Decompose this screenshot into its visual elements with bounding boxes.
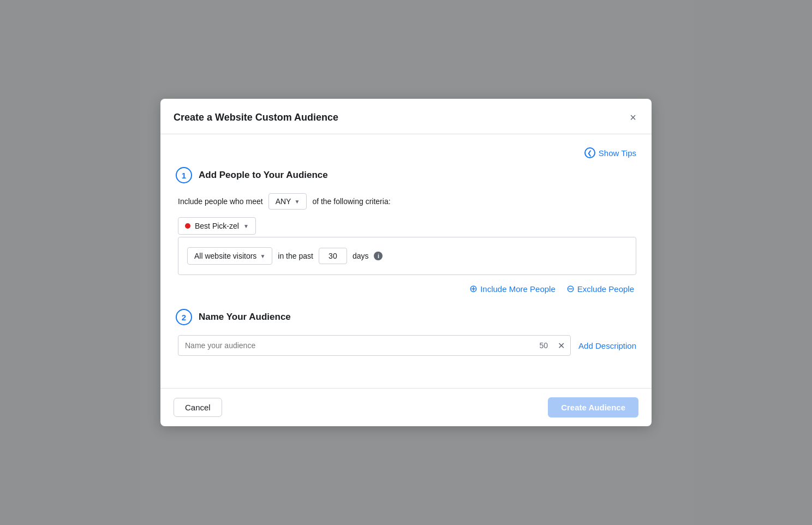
modal-footer: Cancel Create Audience (160, 388, 652, 426)
audience-name-row: 50 ✕ Add Description (176, 335, 636, 356)
visitor-criteria-inner: All website visitors ▼ in the past days … (187, 247, 627, 265)
visitors-dropdown[interactable]: All website visitors ▼ (187, 247, 272, 265)
days-input[interactable] (319, 248, 347, 264)
exclude-label: Exclude People (577, 284, 634, 294)
close-button[interactable]: × (628, 110, 638, 125)
modal-title: Create a Website Custom Audience (174, 112, 338, 123)
exclude-minus-icon: ⊖ (566, 284, 575, 294)
include-plus-icon: ⊕ (469, 284, 477, 294)
in-past-text: in the past (278, 252, 313, 260)
actions-row: ⊕ Include More People ⊖ Exclude People (176, 284, 636, 294)
modal-dialog: Create a Website Custom Audience × ❮ Sho… (160, 99, 652, 426)
section-2-header: 2 Name Your Audience (176, 309, 636, 325)
pixel-dropdown-arrow: ▼ (243, 223, 249, 229)
clear-name-button[interactable]: ✕ (552, 336, 570, 355)
name-input-wrapper: 50 ✕ (178, 335, 571, 356)
cancel-button[interactable]: Cancel (174, 398, 222, 417)
modal-overlay: Create a Website Custom Audience × ❮ Sho… (0, 0, 812, 525)
char-count: 50 (535, 341, 553, 350)
section-1: 1 Add People to Your Audience Include pe… (176, 167, 636, 294)
criteria-text: of the following criteria: (312, 197, 390, 206)
any-dropdown-arrow: ▼ (294, 199, 300, 205)
section-1-title: Add People to Your Audience (199, 170, 328, 181)
visitors-label: All website visitors (194, 252, 256, 260)
include-more-label: Include More People (480, 284, 556, 294)
add-description-button[interactable]: Add Description (578, 341, 636, 350)
section-2-title: Name Your Audience (199, 312, 291, 323)
section-2: 2 Name Your Audience 50 ✕ Add Descriptio… (176, 309, 636, 356)
any-label: ANY (276, 197, 291, 206)
pixel-source-row: Best Pick-zel ▼ (176, 217, 636, 235)
step-2-circle: 2 (176, 309, 192, 325)
pixel-name: Best Pick-zel (195, 222, 239, 230)
criteria-row: Include people who meet ANY ▼ of the fol… (176, 193, 636, 210)
tips-circle-icon: ❮ (584, 147, 595, 158)
section-1-header: 1 Add People to Your Audience (176, 167, 636, 183)
modal-header: Create a Website Custom Audience × (160, 99, 652, 134)
include-text: Include people who meet (178, 197, 263, 206)
include-more-button[interactable]: ⊕ Include More People (469, 284, 556, 294)
info-icon[interactable]: i (374, 252, 383, 260)
pixel-dropdown[interactable]: Best Pick-zel ▼ (178, 217, 256, 235)
show-tips-button[interactable]: ❮ Show Tips (584, 147, 636, 158)
any-dropdown[interactable]: ANY ▼ (268, 193, 307, 210)
visitor-criteria-box: All website visitors ▼ in the past days … (178, 237, 636, 275)
show-tips-label: Show Tips (599, 148, 636, 158)
modal-body: ❮ Show Tips 1 Add People to Your Audienc… (160, 134, 652, 388)
days-text: days (353, 252, 369, 260)
step-1-circle: 1 (176, 167, 192, 183)
visitors-dropdown-arrow: ▼ (260, 253, 265, 259)
pixel-status-dot (185, 223, 190, 229)
exclude-people-button[interactable]: ⊖ Exclude People (566, 284, 634, 294)
create-audience-button[interactable]: Create Audience (548, 397, 638, 417)
audience-name-input[interactable] (178, 336, 535, 355)
show-tips-area: ❮ Show Tips (176, 147, 636, 158)
